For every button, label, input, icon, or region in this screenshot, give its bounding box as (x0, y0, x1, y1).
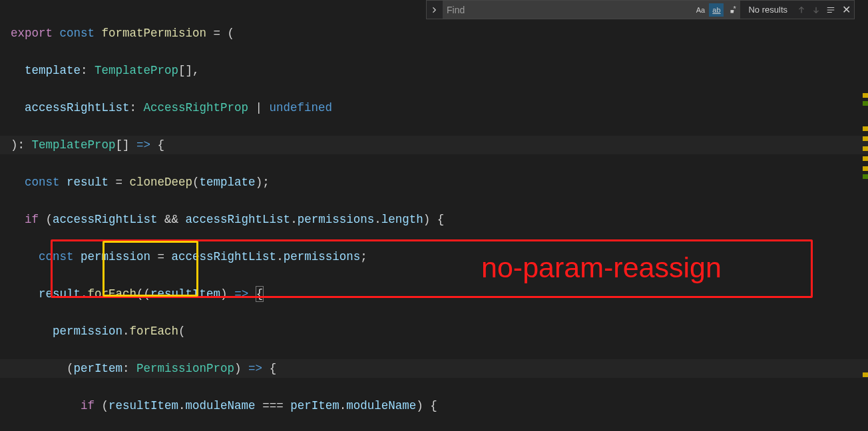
code-line: if (resultItem.moduleName === perItem.mo… (11, 396, 868, 415)
find-prev[interactable] (794, 1, 809, 19)
find-whole-word[interactable]: ab (709, 3, 724, 17)
code-line: ): TemplateProp[] => { (11, 136, 868, 154)
find-results: No results (742, 5, 794, 15)
bracket-match: { (256, 286, 264, 302)
overview-ruler (859, 0, 868, 431)
find-in-selection[interactable] (823, 1, 838, 19)
code-line: if (accessRightList && accessRightList.p… (11, 210, 868, 229)
chevron-right-icon (430, 6, 438, 14)
find-next[interactable] (809, 1, 823, 19)
code-editor[interactable]: export const formatPermision = ( templat… (0, 0, 868, 431)
code-line: permission.forEach( (11, 322, 868, 341)
code-line: (perItem: PermissionProp) => { (11, 359, 868, 378)
code-line: const result = cloneDeep(template); (11, 173, 868, 192)
arrow-up-icon (797, 5, 806, 15)
find-input-wrap: Aa ab ■.* (443, 1, 740, 19)
close-icon: ✕ (842, 3, 851, 16)
code-line: const permission = accessRightList.permi… (11, 247, 868, 266)
arrow-down-icon (811, 5, 821, 15)
find-close[interactable]: ✕ (838, 3, 854, 16)
code-line: export const formatPermision = ( (11, 24, 868, 43)
find-expand-toggle[interactable] (427, 1, 441, 19)
find-input[interactable] (443, 1, 692, 19)
find-match-case[interactable]: Aa (693, 3, 708, 17)
code-line: accessRightList: AccessRightProp | undef… (11, 98, 868, 117)
find-regex[interactable]: ■.* (725, 3, 740, 17)
selection-icon (826, 5, 835, 15)
code-line: result.forEach((resultItem) => { (11, 285, 868, 303)
find-widget: Aa ab ■.* No results ✕ (426, 0, 855, 19)
code-line: template: TemplateProp[], (11, 61, 868, 80)
